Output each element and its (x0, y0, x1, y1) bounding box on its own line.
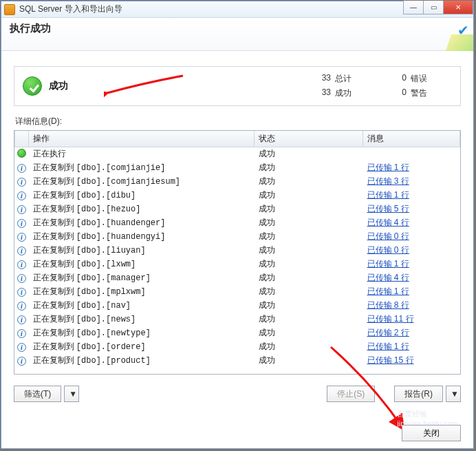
wizard-window: SQL Server 导入和导出向导 — ▭ ✕ 执行成功 ✔ 成功 33 总计… (1, 1, 474, 449)
annotation-arrow-icon (104, 72, 186, 100)
op-cell: 正在复制到 [dbo].[ordere] (29, 340, 255, 354)
msg-cell: 已传输 5 行 (363, 202, 460, 216)
status-cell: 成功 (255, 230, 363, 244)
filter-button[interactable]: 筛选(T) (14, 386, 61, 402)
op-cell: 正在复制到 [dbo].[huandenger] (29, 216, 255, 230)
msg-cell: 已传输 15 行 (363, 354, 460, 368)
message-link[interactable]: 已传输 1 行 (367, 342, 409, 351)
status-cell: 成功 (255, 313, 363, 326)
ribbon-decoration (446, 34, 473, 51)
op-cell: 正在复制到 [dbo].[huandengyi] (29, 230, 255, 244)
status-cell: 成功 (255, 285, 363, 299)
titlebar: SQL Server 导入和导出向导 — ▭ ✕ (1, 1, 473, 18)
warn-value: 0 (376, 87, 411, 99)
msg-cell: 已传输 3 行 (363, 175, 460, 189)
report-dropdown-button[interactable]: ▼ (446, 386, 461, 402)
success-label-stat: 成功 (335, 87, 376, 99)
msg-cell: 已传输 1 行 (363, 340, 460, 354)
total-label: 总计 (335, 73, 376, 85)
op-cell: 正在复制到 [dbo].[product] (29, 354, 255, 368)
report-button[interactable]: 报告(R) (394, 386, 443, 402)
col-status[interactable]: 状态 (255, 131, 363, 147)
op-cell: 正在复制到 [dbo].[manager] (29, 271, 255, 285)
info-icon: i (17, 329, 26, 338)
table-row[interactable]: i正在复制到 [dbo].[news]成功已传输 11 行 (15, 313, 460, 326)
info-icon: i (17, 302, 26, 311)
details-table: 操作 状态 消息 正在执行成功i正在复制到 [dbo].[comjianjie]… (14, 131, 460, 368)
message-link[interactable]: 已传输 2 行 (367, 328, 409, 337)
msg-cell: 已传输 4 行 (363, 271, 460, 285)
message-link[interactable]: 已传输 1 行 (367, 190, 409, 200)
filter-dropdown-button[interactable]: ▼ (64, 386, 79, 402)
msg-cell: 已传输 8 行 (363, 299, 460, 313)
info-icon: i (17, 233, 26, 242)
status-cell: 成功 (255, 175, 363, 189)
table-row[interactable]: i正在复制到 [dbo].[dibu]成功已传输 1 行 (15, 189, 460, 202)
status-cell: 成功 (255, 244, 363, 258)
message-link[interactable]: 已传输 1 行 (367, 162, 409, 172)
message-link[interactable]: 已传输 4 行 (367, 218, 409, 227)
col-message[interactable]: 消息 (363, 131, 460, 147)
table-row[interactable]: i正在复制到 [dbo].[ordere]成功已传输 1 行 (15, 340, 460, 354)
op-cell: 正在复制到 [dbo].[nav] (29, 299, 255, 313)
message-link[interactable]: 已传输 3 行 (367, 176, 409, 186)
status-cell: 成功 (255, 258, 363, 271)
info-icon: i (17, 343, 26, 352)
table-row[interactable]: i正在复制到 [dbo].[huandengyi]成功已传输 0 行 (15, 230, 460, 244)
status-cell: 成功 (255, 299, 363, 313)
status-cell: 成功 (255, 216, 363, 230)
message-link[interactable]: 已传输 1 行 (367, 286, 409, 296)
op-cell: 正在复制到 [dbo].[comjianjie] (29, 161, 255, 175)
message-link[interactable]: 已传输 4 行 (367, 273, 409, 282)
close-button[interactable]: 关闭 (402, 425, 461, 441)
table-row[interactable]: i正在复制到 [dbo].[comjianjiesum]成功已传输 3 行 (15, 175, 460, 189)
table-row[interactable]: i正在复制到 [dbo].[product]成功已传输 15 行 (15, 354, 460, 368)
message-link[interactable]: 已传输 5 行 (367, 204, 409, 213)
op-cell: 正在复制到 [dbo].[dibu] (29, 189, 255, 202)
message-link[interactable]: 已传输 8 行 (367, 300, 409, 310)
col-icon[interactable] (15, 131, 29, 147)
msg-cell: 已传输 2 行 (363, 326, 460, 340)
table-row[interactable]: i正在复制到 [dbo].[hezuo]成功已传输 5 行 (15, 202, 460, 216)
col-operation[interactable]: 操作 (29, 131, 255, 147)
table-row[interactable]: i正在复制到 [dbo].[manager]成功已传输 4 行 (15, 271, 460, 285)
status-cell: 成功 (255, 161, 363, 175)
success-icon (17, 149, 26, 158)
info-icon: i (17, 219, 26, 228)
action-row: 筛选(T) ▼ 停止(S) 报告(R) ▼ (14, 386, 461, 402)
window-close-button[interactable]: ✕ (443, 1, 473, 14)
info-icon: i (17, 164, 26, 173)
msg-cell: 已传输 0 行 (363, 244, 460, 258)
success-check-icon (23, 76, 42, 96)
minimize-button[interactable]: — (403, 1, 424, 14)
details-table-wrap[interactable]: 操作 状态 消息 正在执行成功i正在复制到 [dbo].[comjianjie]… (14, 130, 461, 375)
table-row[interactable]: i正在复制到 [dbo].[mplxwm]成功已传输 1 行 (15, 285, 460, 299)
success-label: 成功 (49, 80, 68, 92)
table-row[interactable]: i正在复制到 [dbo].[huandenger]成功已传输 4 行 (15, 216, 460, 230)
summary-panel: 成功 33 总计 0 错误 33 成功 0 警告 (14, 66, 461, 106)
info-icon: i (17, 357, 26, 366)
message-link[interactable]: 已传输 15 行 (367, 355, 414, 365)
details-label: 详细信息(D): (15, 116, 461, 127)
maximize-button[interactable]: ▭ (423, 1, 444, 14)
info-icon: i (17, 205, 26, 214)
table-row[interactable]: i正在复制到 [dbo].[liuyan]成功已传输 0 行 (15, 244, 460, 258)
body-content: 成功 33 总计 0 错误 33 成功 0 警告 详细信息(D): (1, 51, 473, 432)
table-row[interactable]: 正在执行成功 (15, 147, 460, 162)
success-value: 33 (301, 87, 335, 99)
message-link[interactable]: 已传输 11 行 (367, 314, 414, 324)
table-row[interactable]: i正在复制到 [dbo].[lxwm]成功已传输 1 行 (15, 258, 460, 271)
message-link[interactable]: 已传输 1 行 (367, 259, 409, 269)
op-cell: 正在复制到 [dbo].[hezuo] (29, 202, 255, 216)
info-icon: i (17, 315, 26, 324)
info-icon: i (17, 247, 26, 255)
table-row[interactable]: i正在复制到 [dbo].[comjianjie]成功已传输 1 行 (15, 161, 460, 175)
message-link[interactable]: 已传输 0 行 (367, 231, 409, 241)
table-row[interactable]: i正在复制到 [dbo].[nav]成功已传输 8 行 (15, 299, 460, 313)
warn-label: 警告 (411, 87, 452, 99)
info-icon: i (17, 288, 26, 297)
message-link[interactable]: 已传输 0 行 (367, 245, 409, 255)
op-cell: 正在执行 (29, 147, 255, 162)
page-header: 执行成功 ✔ (1, 18, 473, 51)
table-row[interactable]: i正在复制到 [dbo].[newtype]成功已传输 2 行 (15, 326, 460, 340)
